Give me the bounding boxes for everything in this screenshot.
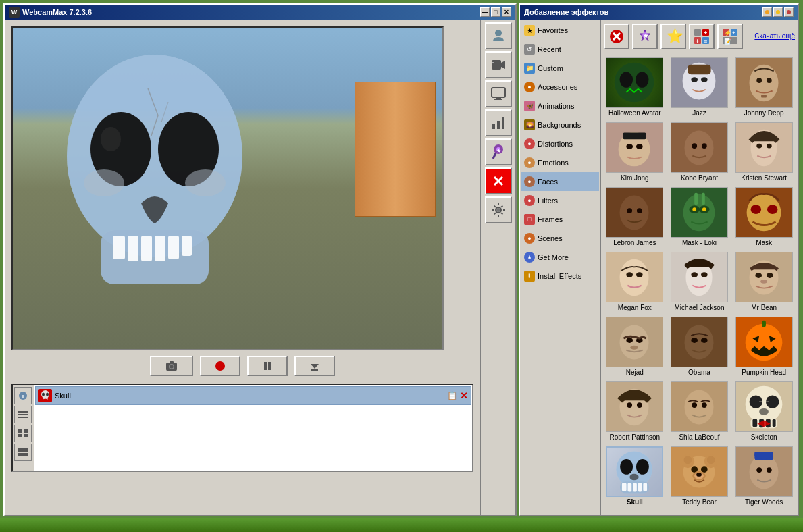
- sidebar-item-favorites[interactable]: ★ Favorites: [521, 21, 599, 40]
- effect-kristen-name: Kristen Stewart: [741, 174, 787, 182]
- effect-tiger-woods[interactable]: Tiger Woods: [733, 445, 795, 507]
- close-button[interactable]: ✕: [502, 7, 511, 17]
- svg-text:⭐: ⭐: [667, 28, 683, 44]
- effect-kim-jong[interactable]: Kim Jong: [604, 121, 666, 183]
- pause-button[interactable]: [247, 356, 288, 376]
- close-toolbar-button[interactable]: [485, 167, 512, 194]
- effect-mask-loki[interactable]: Mask - Loki: [669, 186, 731, 248]
- effect-lebron-thumb: [606, 187, 663, 238]
- download-more-button[interactable]: Скачать ещё: [754, 32, 795, 41]
- sidebar-item-faces[interactable]: ● Faces: [521, 172, 599, 191]
- svg-rect-28: [18, 417, 28, 418]
- effects-maximize-button[interactable]: [773, 7, 783, 17]
- shia-svg: [671, 381, 727, 432]
- list-tool-button[interactable]: [14, 406, 32, 423]
- effect-mask[interactable]: Mask: [733, 186, 795, 248]
- svg-rect-9: [141, 236, 152, 261]
- small-grid-button[interactable]: [14, 425, 32, 442]
- effect-skeleton[interactable]: Skeleton: [733, 380, 795, 442]
- sidebar-item-favorites-label: Favorites: [538, 26, 568, 34]
- effect-shia-labeouf[interactable]: Shia LaBeouf: [669, 380, 731, 442]
- obama-svg: [671, 317, 727, 367]
- minimize-button[interactable]: —: [480, 7, 490, 17]
- effects-close-button[interactable]: [784, 7, 794, 17]
- sidebar-item-animations[interactable]: 🦋 Animations: [521, 97, 599, 115]
- svg-point-121: [767, 205, 778, 214]
- svg-point-124: [627, 272, 633, 277]
- sidebar-item-distortions[interactable]: ● Distortions: [521, 134, 599, 153]
- svg-point-37: [46, 393, 49, 396]
- record-button[interactable]: [200, 356, 240, 376]
- svg-rect-20: [264, 362, 267, 370]
- effect-johnny-depp[interactable]: Johnny Depp: [733, 56, 795, 118]
- layer-copy-button[interactable]: 📋: [447, 391, 457, 400]
- video-area: i: [5, 20, 480, 515]
- settings-toolbar-button[interactable]: [485, 196, 512, 223]
- svg-point-153: [692, 402, 697, 408]
- effect-nejad[interactable]: Nejad: [604, 315, 666, 377]
- sidebar-item-get-more-label: Get More: [538, 253, 569, 261]
- large-grid-button[interactable]: [14, 444, 32, 461]
- effect-pumpkin-head[interactable]: Pumpkin Head: [733, 315, 795, 377]
- skull-svg: [53, 48, 256, 318]
- effect-kobe-bryant[interactable]: Kobe Bryant: [669, 121, 731, 183]
- svg-point-169: [636, 459, 649, 475]
- sidebar-item-frames-label: Frames: [538, 215, 563, 223]
- download-button[interactable]: [294, 356, 335, 376]
- grid-small-icon: [18, 429, 28, 437]
- frames-icon: □: [524, 214, 535, 225]
- pause-icon: [262, 361, 273, 371]
- svg-rect-12: [182, 236, 192, 256]
- effects-minimize-button[interactable]: [762, 7, 772, 17]
- svg-rect-45: [492, 124, 495, 129]
- sidebar-item-backgrounds[interactable]: 🌄 Backgrounds: [521, 115, 599, 134]
- add-effect-button[interactable]: + + ≡: [689, 24, 715, 49]
- effect-robert-pattinson[interactable]: Robert Pattinson: [604, 380, 666, 442]
- effect-mask-name: Mask: [756, 239, 772, 246]
- effect-nejad-thumb: [606, 317, 663, 367]
- sidebar-item-scenes[interactable]: ● Scenes: [521, 229, 599, 248]
- layer-delete-button[interactable]: ✕: [460, 390, 468, 401]
- remove-effect-button[interactable]: [604, 24, 629, 49]
- sidebar-item-install-effects[interactable]: ⬇ Install Effects: [521, 267, 599, 286]
- maximize-button[interactable]: □: [491, 7, 500, 17]
- effect-teddy-bear[interactable]: Teddy Bear: [669, 445, 731, 507]
- layer-item[interactable]: Skull 📋 ✕: [35, 386, 471, 405]
- sidebar-item-accessories[interactable]: ● Accessories: [521, 78, 599, 97]
- effect-michael-jackson[interactable]: Michael Jackson: [669, 250, 731, 313]
- layer-item-name: Skull: [55, 392, 444, 400]
- effect-kristen-stewart[interactable]: Kristen Stewart: [733, 121, 795, 183]
- kristen-svg: [736, 122, 792, 173]
- svg-rect-117: [702, 193, 705, 205]
- video-toolbar-button[interactable]: [485, 51, 512, 78]
- sidebar-item-get-more[interactable]: ★ Get More: [521, 248, 599, 267]
- chart-toolbar-button[interactable]: [485, 109, 512, 136]
- display-toolbar-button[interactable]: [485, 80, 512, 107]
- effect-jazz[interactable]: Jazz: [669, 56, 731, 118]
- effect-halloween-avatar[interactable]: Halloween Avatar: [604, 56, 666, 118]
- controls-bar: [11, 356, 473, 376]
- flash-effect-button[interactable]: ⚡ + 📝: [717, 24, 743, 49]
- skull-layer-icon: [40, 390, 51, 401]
- svg-rect-41: [492, 62, 494, 63]
- sidebar-item-filters[interactable]: ● Filters: [521, 191, 599, 210]
- sidebar-item-custom[interactable]: 📁 Custom: [521, 59, 599, 78]
- camera-button[interactable]: [150, 356, 193, 376]
- sidebar-item-emotions[interactable]: ● Emotions: [521, 153, 599, 172]
- effect-johnny-name: Johnny Depp: [744, 109, 784, 117]
- effect-megan-fox[interactable]: Megan Fox: [604, 250, 666, 313]
- sidebar-item-recent[interactable]: ↺ Recent: [521, 40, 599, 59]
- effect-mr-bean[interactable]: Mr Bean: [733, 250, 795, 313]
- effect-obama[interactable]: Obama: [669, 315, 731, 377]
- sidebar-item-frames[interactable]: □ Frames: [521, 210, 599, 229]
- effect-lebron-james[interactable]: Lebron James: [604, 186, 666, 248]
- accessories-icon: ●: [524, 82, 535, 92]
- star-effect-button[interactable]: ⭐: [660, 24, 686, 49]
- sidebar-item-animations-label: Animations: [538, 102, 574, 110]
- info-tool-button[interactable]: i: [14, 387, 32, 404]
- effect-teddy-name: Teddy Bear: [682, 498, 717, 506]
- effect-skull[interactable]: Skull: [604, 445, 666, 507]
- wand-effect-button[interactable]: ★: [632, 24, 658, 49]
- profile-toolbar-button[interactable]: [485, 22, 512, 49]
- wand-toolbar-button[interactable]: ★: [485, 138, 512, 165]
